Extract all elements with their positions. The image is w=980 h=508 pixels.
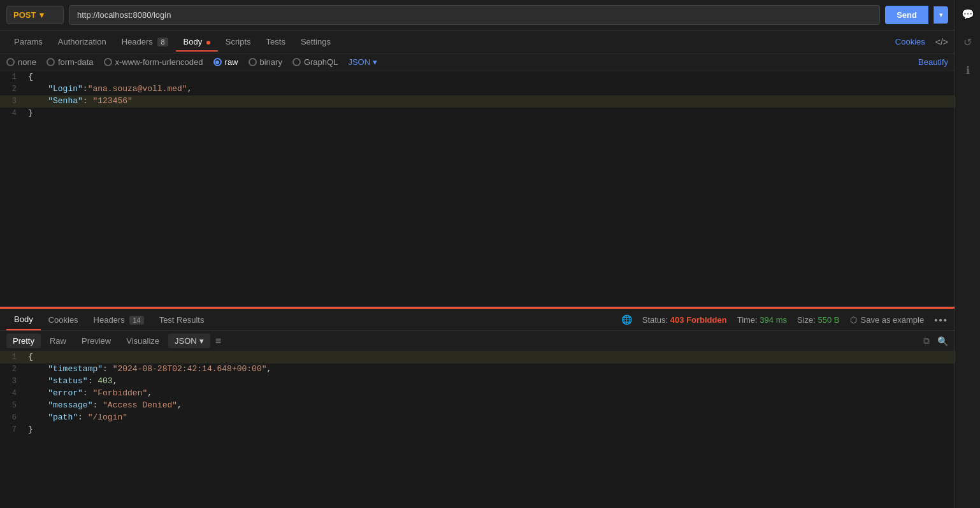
- radio-urlencoded: [104, 58, 112, 66]
- req-line-2: 2 "Login":"ana.souza@voll.med",: [0, 83, 955, 95]
- fmt-tab-preview[interactable]: Preview: [75, 334, 117, 348]
- chat-icon[interactable]: 💬: [959, 5, 977, 23]
- req-line-3: 3 "Senha": "123456": [0, 95, 955, 108]
- body-options-bar: none form-data x-www-form-urlencoded raw…: [0, 53, 955, 71]
- send-dropdown-button[interactable]: ▾: [933, 6, 948, 24]
- save-icon: ⬡: [850, 315, 857, 325]
- request-body-editor[interactable]: 1 { 2 "Login":"ana.souza@voll.med", 3 "S…: [0, 71, 955, 307]
- option-none[interactable]: none: [6, 57, 36, 67]
- size-value: 550 B: [818, 315, 840, 325]
- req-line-1: 1 {: [0, 71, 955, 83]
- response-tabs-bar: Body Cookies Headers 14 Test Results 🌐 S…: [0, 307, 955, 331]
- resp-json-format-button[interactable]: JSON ▾: [168, 334, 210, 348]
- filter-icon[interactable]: ≡: [215, 335, 221, 347]
- size-label: Size: 550 B: [797, 315, 840, 325]
- resp-tab-cookies[interactable]: Cookies: [41, 310, 86, 330]
- option-urlencoded[interactable]: x-www-form-urlencoded: [104, 57, 203, 67]
- json-format-selector[interactable]: JSON ▾: [348, 57, 377, 67]
- copy-icon[interactable]: ⧉: [923, 335, 930, 346]
- url-input[interactable]: [69, 5, 880, 25]
- fmt-tab-visualize[interactable]: Visualize: [120, 334, 166, 348]
- resp-tab-headers[interactable]: Headers 14: [86, 310, 152, 330]
- main-content: POST ▾ Send ▾ Params Authorization Heade…: [0, 0, 955, 507]
- tab-authorization[interactable]: Authorization: [50, 32, 114, 52]
- top-bar: POST ▾ Send ▾: [0, 0, 955, 31]
- resp-line-3: 3 "status": 403,: [0, 376, 955, 388]
- time-value: 394 ms: [760, 315, 787, 325]
- resp-line-4: 4 "error": "Forbidden",: [0, 388, 955, 400]
- json-chevron-icon: ▾: [373, 57, 377, 67]
- radio-none: [6, 58, 15, 66]
- tab-params[interactable]: Params: [6, 32, 50, 52]
- status-value: 403 Forbidden: [670, 315, 727, 325]
- option-graphql[interactable]: GraphQL: [292, 57, 338, 67]
- req-line-4: 4 }: [0, 108, 955, 120]
- fmt-tab-pretty[interactable]: Pretty: [6, 334, 41, 348]
- method-value: POST: [13, 10, 36, 20]
- time-label: Time: 394 ms: [737, 315, 787, 325]
- radio-raw: [213, 58, 222, 66]
- search-icon[interactable]: 🔍: [937, 336, 948, 346]
- response-status-bar: 🌐 Status: 403 Forbidden Time: 394 ms Siz…: [621, 314, 948, 325]
- tabs-right: Cookies </>: [895, 37, 948, 47]
- send-button[interactable]: Send: [885, 6, 928, 24]
- refresh-icon[interactable]: ↺: [959, 33, 977, 51]
- tab-tests[interactable]: Tests: [259, 32, 293, 52]
- more-options-button[interactable]: •••: [934, 314, 948, 325]
- option-form-data[interactable]: form-data: [47, 57, 94, 67]
- option-raw[interactable]: raw: [213, 57, 238, 67]
- resp-line-5: 5 "message": "Access Denied",: [0, 400, 955, 412]
- info-icon[interactable]: ℹ: [959, 61, 977, 79]
- resp-line-7: 7 }: [0, 424, 955, 436]
- tab-settings[interactable]: Settings: [293, 32, 338, 52]
- radio-form-data: [47, 58, 55, 66]
- fmt-tab-raw[interactable]: Raw: [43, 334, 73, 348]
- radio-binary: [249, 58, 257, 66]
- sidebar: 💬 ↺ ℹ: [955, 0, 980, 508]
- request-tabs-bar: Params Authorization Headers 8 Body Scri…: [0, 31, 955, 53]
- resp-line-2: 2 "timestamp": "2024-08-28T02:42:14.648+…: [0, 363, 955, 376]
- code-icon[interactable]: </>: [935, 37, 948, 47]
- cookies-link[interactable]: Cookies: [895, 37, 925, 46]
- response-format-bar: Pretty Raw Preview Visualize JSON ▾ ≡ ⧉ …: [0, 331, 955, 351]
- resp-tab-test-results[interactable]: Test Results: [152, 310, 212, 330]
- beautify-button[interactable]: Beautify: [918, 57, 948, 67]
- status-label: Status: 403 Forbidden: [642, 315, 727, 325]
- response-body-editor[interactable]: 1 { 2 "timestamp": "2024-08-28T02:42:14.…: [0, 351, 955, 507]
- resp-line-1: 1 {: [0, 351, 955, 363]
- option-binary[interactable]: binary: [249, 57, 282, 67]
- body-dot: [206, 41, 210, 45]
- resp-line-6: 6 "path": "/login": [0, 412, 955, 424]
- globe-icon: 🌐: [621, 314, 632, 325]
- tab-headers[interactable]: Headers 8: [114, 32, 176, 52]
- tab-body[interactable]: Body: [176, 32, 218, 52]
- radio-graphql: [292, 58, 301, 66]
- method-select[interactable]: POST ▾: [6, 6, 64, 24]
- save-as-example-button[interactable]: ⬡ Save as example: [850, 315, 925, 325]
- headers-badge: 8: [157, 38, 168, 46]
- resp-json-chevron-icon: ▾: [199, 336, 204, 346]
- resp-right-icons: ⧉ 🔍: [923, 335, 948, 346]
- resp-headers-badge: 14: [129, 316, 143, 325]
- resp-tab-body[interactable]: Body: [6, 309, 41, 330]
- tab-scripts[interactable]: Scripts: [218, 32, 259, 52]
- method-chevron-icon: ▾: [40, 10, 44, 20]
